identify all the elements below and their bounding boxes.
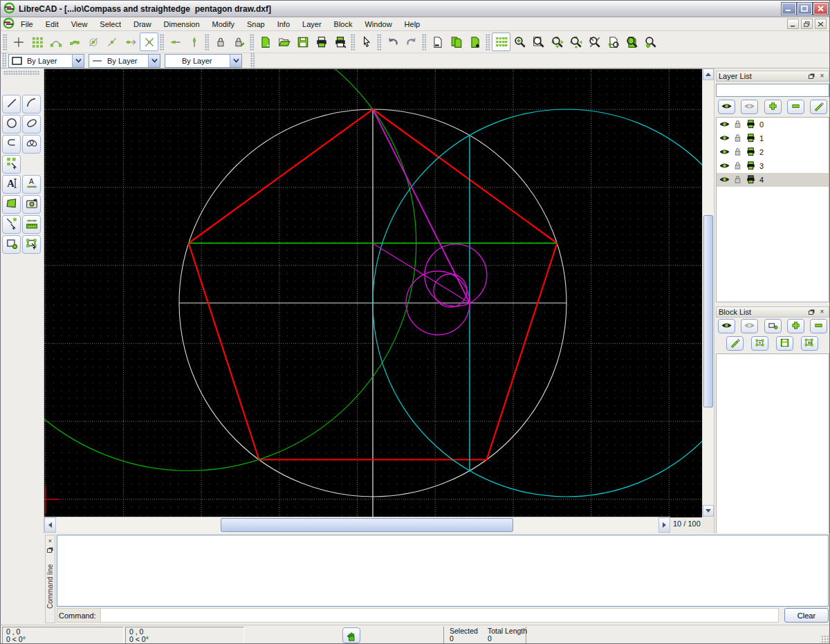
create-block-button[interactable] — [764, 319, 782, 333]
layer-print-icon[interactable] — [746, 133, 756, 145]
hide-all-blocks-button[interactable] — [741, 319, 758, 333]
remove-layer-button[interactable] — [787, 100, 804, 114]
edit-layer-button[interactable] — [810, 100, 827, 114]
layer-visibility-icon[interactable] — [719, 174, 730, 186]
toolbar-handle-pen[interactable] — [2, 53, 7, 69]
edit-block-button[interactable] — [751, 336, 768, 351]
tool-edit-block-button[interactable] — [22, 235, 41, 254]
layer-visibility-icon[interactable] — [719, 147, 730, 158]
print-preview-button[interactable] — [331, 33, 349, 51]
snap-distance-button[interactable] — [121, 33, 140, 51]
horizontal-scroll-thumb[interactable] — [221, 518, 513, 532]
layer-row-2[interactable]: 2 — [717, 145, 829, 159]
tool-points-button[interactable] — [2, 155, 21, 174]
scroll-right-button[interactable] — [658, 517, 670, 533]
layer-visibility-icon[interactable] — [719, 133, 730, 145]
command-history[interactable] — [57, 535, 829, 607]
menu-layer[interactable]: Layer — [296, 19, 328, 30]
paste-button[interactable] — [465, 33, 484, 51]
vertical-scroll-track[interactable] — [703, 80, 714, 505]
tool-dimension-button[interactable]: A — [22, 175, 41, 194]
command-dock-close-button[interactable]: × — [46, 537, 54, 544]
snap-grid-button[interactable] — [28, 33, 46, 51]
lock-relative-zero-button[interactable] — [211, 33, 230, 51]
snap-endpoints-button[interactable] — [46, 33, 65, 51]
show-all-layers-button[interactable] — [718, 100, 735, 114]
toolbar-handle-end[interactable] — [250, 53, 255, 69]
menu-select[interactable]: Select — [93, 19, 127, 30]
layer-visibility-icon[interactable] — [719, 119, 730, 131]
tool-hatch-button[interactable] — [2, 195, 21, 214]
layer-lock-icon[interactable] — [732, 119, 743, 131]
command-input[interactable] — [101, 608, 779, 623]
tool-arc-button[interactable] — [22, 95, 41, 113]
copy-button[interactable] — [447, 33, 465, 51]
add-block-button[interactable] — [787, 319, 804, 333]
restrict-horizontal-button[interactable] — [166, 33, 185, 51]
remove-block-button[interactable] — [810, 319, 827, 333]
combo-dropdown-button[interactable] — [72, 55, 84, 67]
cut-button[interactable] — [428, 33, 447, 51]
layer-row-1[interactable]: 1 — [717, 131, 829, 145]
menu-dimension[interactable]: Dimension — [158, 19, 206, 30]
pen-color-combobox[interactable]: By Layer — [8, 54, 84, 68]
mdi-restore-button[interactable] — [801, 19, 813, 29]
zoom-pan-button[interactable] — [641, 33, 660, 51]
tool-select-button[interactable] — [2, 215, 21, 234]
menu-help[interactable]: Help — [398, 19, 427, 30]
cad-drawing[interactable] — [44, 69, 702, 517]
maximize-button[interactable] — [797, 3, 812, 15]
tool-block-button[interactable] — [2, 235, 21, 254]
combo-dropdown-button[interactable] — [148, 55, 160, 67]
scroll-left-button[interactable] — [44, 517, 56, 533]
layer-row-4[interactable]: 4 — [717, 173, 829, 187]
undo-button[interactable] — [383, 33, 402, 51]
horizontal-scroll-track[interactable] — [56, 517, 658, 533]
hide-all-layers-button[interactable] — [741, 100, 758, 114]
redo-button[interactable] — [402, 33, 421, 51]
rename-block-button[interactable] — [726, 336, 744, 351]
toolbar-handle-restrict[interactable] — [160, 34, 165, 50]
pen-width-combobox[interactable]: By Layer — [89, 54, 160, 68]
scroll-up-button[interactable] — [703, 68, 714, 80]
tool-line-button[interactable] — [2, 95, 21, 113]
insert-block-button[interactable] — [801, 336, 818, 351]
zoom-pan-out-button[interactable] — [548, 33, 566, 51]
tool-ellipse-button[interactable] — [22, 115, 41, 134]
menu-modify[interactable]: Modify — [206, 19, 241, 30]
zoom-window-button[interactable] — [529, 33, 548, 51]
block-panel-close-button[interactable]: × — [818, 308, 827, 316]
tool-measure-button[interactable] — [22, 215, 41, 234]
zoom-auto-button[interactable] — [585, 33, 604, 51]
toolbar-handle-select[interactable] — [351, 34, 356, 50]
zoom-in-button[interactable] — [510, 33, 529, 51]
file-new-button[interactable] — [256, 33, 275, 51]
snap-free-button[interactable] — [9, 33, 28, 51]
toolbar-handle-clipboard[interactable] — [422, 34, 427, 50]
clear-button[interactable]: Clear — [784, 608, 829, 623]
tool-polyline-button[interactable] — [2, 135, 21, 154]
add-layer-button[interactable] — [764, 100, 782, 114]
scroll-down-button[interactable] — [703, 505, 714, 517]
layer-row-3[interactable]: 3 — [717, 159, 829, 173]
close-button[interactable] — [813, 3, 828, 15]
layer-lock-icon[interactable] — [732, 133, 743, 145]
toolbar-handle-relative-zero[interactable] — [205, 34, 210, 50]
layer-print-icon[interactable] — [746, 147, 756, 158]
file-print-button[interactable] — [312, 33, 331, 51]
menu-window[interactable]: Window — [358, 19, 398, 30]
drawing-canvas[interactable] — [44, 68, 702, 517]
pen-linetype-combobox[interactable]: By Layer — [165, 54, 242, 68]
layer-filter-input[interactable] — [716, 84, 829, 97]
save-block-button[interactable] — [776, 336, 793, 351]
toolbar-handle-view[interactable] — [486, 34, 490, 50]
file-save-button[interactable] — [293, 33, 312, 51]
grid-toggle-button[interactable] — [492, 33, 510, 51]
show-all-blocks-button[interactable] — [718, 319, 735, 333]
tool-image-button[interactable] — [22, 195, 41, 214]
layer-print-icon[interactable] — [746, 174, 756, 186]
menu-edit[interactable]: Edit — [39, 19, 65, 30]
layer-row-0[interactable]: 0 — [717, 118, 829, 131]
snap-middle-button[interactable] — [102, 33, 121, 51]
selection-pointer-button[interactable] — [357, 33, 376, 51]
